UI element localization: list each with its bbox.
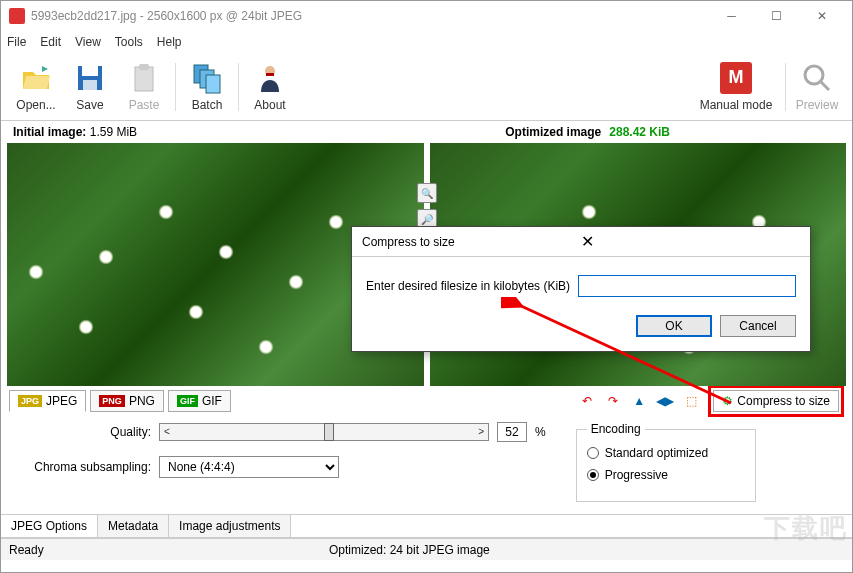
status-ready: Ready — [9, 543, 329, 557]
quality-slider[interactable]: <> — [159, 423, 489, 441]
open-button[interactable]: Open... — [9, 57, 63, 117]
rotate-right-icon[interactable]: ↷ — [604, 392, 622, 410]
open-label: Open... — [16, 98, 55, 112]
cancel-button[interactable]: Cancel — [720, 315, 796, 337]
clipboard-icon — [128, 62, 160, 94]
svg-line-11 — [821, 82, 829, 90]
quality-input[interactable] — [497, 422, 527, 442]
watermark: 下载吧 — [764, 511, 848, 546]
bottom-tabs: JPEG Options Metadata Image adjustments — [1, 514, 852, 538]
maximize-button[interactable]: ☐ — [754, 1, 799, 31]
manual-mode-label: Manual mode — [700, 98, 773, 112]
save-label: Save — [76, 98, 103, 112]
magnifier-icon — [801, 62, 833, 94]
toolbar: Open... Save Paste Batch About M Manual … — [1, 53, 852, 121]
dialog-prompt: Enter desired filesize in kilobytes (KiB… — [366, 279, 570, 293]
svg-rect-3 — [135, 67, 153, 91]
status-bar: Ready Optimized: 24 bit JPEG image — [1, 538, 852, 560]
close-button[interactable]: ✕ — [799, 1, 844, 31]
dialog-close-icon[interactable]: ✕ — [581, 232, 800, 251]
minimize-button[interactable]: ─ — [709, 1, 754, 31]
tab-jpeg[interactable]: JPGJPEG — [9, 390, 86, 412]
menu-file[interactable]: File — [7, 35, 26, 49]
radio-standard[interactable]: Standard optimized — [587, 442, 745, 464]
filesize-input[interactable] — [578, 275, 796, 297]
folder-open-icon — [20, 62, 52, 94]
about-button[interactable]: About — [243, 57, 297, 117]
radio-progressive[interactable]: Progressive — [587, 464, 745, 486]
person-icon — [254, 62, 286, 94]
btab-metadata[interactable]: Metadata — [98, 515, 169, 537]
title-bar: 5993ecb2dd217.jpg - 2560x1600 px @ 24bit… — [1, 1, 852, 31]
save-button[interactable]: Save — [63, 57, 117, 117]
encoding-group: Encoding Standard optimized Progressive — [576, 422, 756, 502]
compress-highlight: ⚙ Compress to size — [708, 385, 844, 417]
svg-rect-2 — [83, 80, 97, 90]
floppy-icon — [74, 62, 106, 94]
batch-icon — [191, 62, 223, 94]
encoding-legend: Encoding — [587, 422, 645, 436]
preview-label: Preview — [796, 98, 839, 112]
btab-jpeg-options[interactable]: JPEG Options — [1, 515, 98, 537]
chroma-select[interactable]: None (4:4:4) — [159, 456, 339, 478]
svg-rect-1 — [82, 66, 98, 76]
batch-label: Batch — [192, 98, 223, 112]
manual-mode-icon: M — [720, 62, 752, 94]
svg-rect-7 — [206, 75, 220, 93]
optimized-value: 288.42 KiB — [609, 125, 670, 139]
menu-view[interactable]: View — [75, 35, 101, 49]
btab-adjustments[interactable]: Image adjustments — [169, 515, 291, 537]
status-optimized: Optimized: 24 bit JPEG image — [329, 543, 490, 557]
quality-label: Quality: — [11, 425, 151, 439]
manual-mode-button[interactable]: M Manual mode — [691, 57, 781, 117]
compress-to-size-button[interactable]: ⚙ Compress to size — [713, 390, 839, 412]
menu-help[interactable]: Help — [157, 35, 182, 49]
crop-icon[interactable]: ⬚ — [682, 392, 700, 410]
rotate-left-icon[interactable]: ↶ — [578, 392, 596, 410]
format-tabs-row: JPGJPEG PNGPNG GIFGIF ↶ ↷ ▲ ◀▶ ⬚ ⚙ Compr… — [1, 386, 852, 416]
chroma-label: Chroma subsampling: — [11, 460, 151, 474]
svg-point-10 — [805, 66, 823, 84]
size-row: Initial image: 1.59 MiB Optimized image2… — [1, 121, 852, 143]
window-title: 5993ecb2dd217.jpg - 2560x1600 px @ 24bit… — [31, 9, 709, 23]
initial-label: Initial image: — [13, 125, 86, 139]
ok-button[interactable]: OK — [636, 315, 712, 337]
batch-button[interactable]: Batch — [180, 57, 234, 117]
zoom-in-icon[interactable]: 🔍 — [417, 183, 437, 203]
menu-tools[interactable]: Tools — [115, 35, 143, 49]
options-area: Quality: <> % Chroma subsampling: None (… — [1, 416, 852, 508]
menu-bar: File Edit View Tools Help — [1, 31, 852, 53]
menu-edit[interactable]: Edit — [40, 35, 61, 49]
about-label: About — [254, 98, 285, 112]
tab-gif[interactable]: GIFGIF — [168, 390, 231, 412]
flip-v-icon[interactable]: ▲ — [630, 392, 648, 410]
paste-label: Paste — [129, 98, 160, 112]
initial-value: 1.59 MiB — [90, 125, 137, 139]
paste-button: Paste — [117, 57, 171, 117]
preview-button[interactable]: Preview — [790, 57, 844, 117]
tab-png[interactable]: PNGPNG — [90, 390, 164, 412]
app-icon — [9, 8, 25, 24]
compress-dialog: Compress to size ✕ Enter desired filesiz… — [351, 226, 811, 352]
optimized-label: Optimized image — [505, 125, 601, 139]
svg-rect-9 — [266, 73, 274, 76]
flip-h-icon[interactable]: ◀▶ — [656, 392, 674, 410]
dialog-title: Compress to size — [362, 235, 581, 249]
svg-rect-4 — [139, 64, 149, 70]
gear-icon: ⚙ — [722, 394, 733, 408]
percent-label: % — [535, 425, 546, 439]
